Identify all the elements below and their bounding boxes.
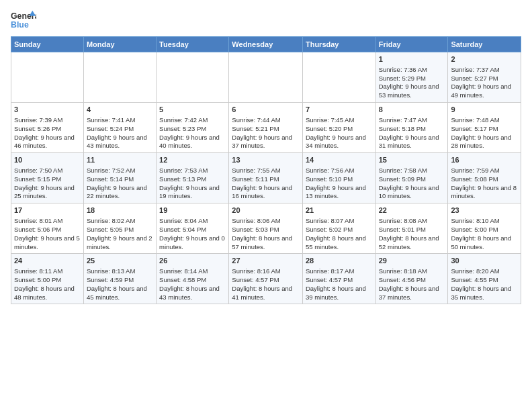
day-info-line: Daylight: 8 hours and 37 minutes. xyxy=(379,285,439,301)
day-number: 23 xyxy=(451,205,518,216)
day-info-line: Daylight: 9 hours and 8 minutes. xyxy=(451,184,517,200)
day-info-line: Daylight: 8 hours and 48 minutes. xyxy=(14,285,75,301)
day-info-line: Sunset: 5:00 PM xyxy=(451,226,498,233)
day-cell-12: 12Sunrise: 7:53 AMSunset: 5:13 PMDayligh… xyxy=(157,153,229,203)
day-info-line: Daylight: 9 hours and 10 minutes. xyxy=(379,184,439,200)
day-info-line: Sunrise: 7:42 AM xyxy=(159,116,208,124)
day-info-line: Sunset: 5:00 PM xyxy=(14,276,61,283)
day-info-line: Sunset: 5:20 PM xyxy=(306,125,353,132)
logo-svg: General Blue xyxy=(11,8,36,32)
day-info-line: Sunset: 4:57 PM xyxy=(232,276,279,283)
day-info-line: Sunrise: 8:06 AM xyxy=(232,217,280,224)
day-number: 26 xyxy=(159,256,226,266)
day-number: 28 xyxy=(306,256,373,266)
week-row-1: 1Sunrise: 7:36 AMSunset: 5:29 PMDaylight… xyxy=(11,52,521,103)
day-info-line: Sunset: 5:10 PM xyxy=(306,175,353,183)
day-info-line: Sunset: 5:15 PM xyxy=(14,175,61,183)
day-number: 15 xyxy=(379,155,445,165)
day-number: 14 xyxy=(306,155,373,165)
day-info-line: Sunrise: 8:07 AM xyxy=(306,217,354,224)
week-row-5: 24Sunrise: 8:11 AMSunset: 5:00 PMDayligh… xyxy=(11,254,521,304)
day-cell-11: 11Sunrise: 7:52 AMSunset: 5:14 PMDayligh… xyxy=(83,153,156,203)
day-info-line: Sunrise: 8:14 AM xyxy=(159,267,208,275)
day-info-line: Sunrise: 7:37 AM xyxy=(451,66,499,73)
day-info-line: Daylight: 9 hours and 22 minutes. xyxy=(87,184,147,200)
day-cell-4: 4Sunrise: 7:41 AMSunset: 5:24 PMDaylight… xyxy=(83,103,156,153)
day-info-line: Sunrise: 8:18 AM xyxy=(379,267,427,275)
empty-cell xyxy=(302,52,375,103)
day-number: 2 xyxy=(451,54,518,64)
day-info-line: Daylight: 8 hours and 41 minutes. xyxy=(232,285,292,301)
day-info-line: Sunrise: 7:45 AM xyxy=(306,116,354,124)
day-info-line: Sunrise: 7:36 AM xyxy=(379,66,427,73)
day-info-line: Sunrise: 7:52 AM xyxy=(87,167,135,174)
day-info-line: Sunset: 5:02 PM xyxy=(306,226,353,233)
day-info-line: Sunset: 5:09 PM xyxy=(379,175,426,183)
day-info-line: Daylight: 9 hours and 5 minutes. xyxy=(14,234,80,250)
empty-cell xyxy=(83,52,156,103)
day-cell-15: 15Sunrise: 7:58 AMSunset: 5:09 PMDayligh… xyxy=(375,153,448,203)
calendar-table: SundayMondayTuesdayWednesdayThursdayFrid… xyxy=(11,36,521,304)
logo: General Blue xyxy=(11,8,36,32)
day-info-line: Daylight: 9 hours and 46 minutes. xyxy=(14,134,75,150)
empty-cell xyxy=(11,52,84,103)
weekday-header-friday: Friday xyxy=(375,37,448,52)
day-info-line: Sunset: 5:14 PM xyxy=(87,175,134,183)
day-cell-27: 27Sunrise: 8:16 AMSunset: 4:57 PMDayligh… xyxy=(229,254,303,304)
day-cell-24: 24Sunrise: 8:11 AMSunset: 5:00 PMDayligh… xyxy=(11,254,84,304)
day-info-line: Sunset: 4:56 PM xyxy=(379,276,426,283)
day-number: 5 xyxy=(159,105,226,115)
day-info-line: Sunrise: 7:39 AM xyxy=(14,116,62,124)
day-info-line: Daylight: 9 hours and 43 minutes. xyxy=(87,134,147,150)
day-number: 18 xyxy=(87,205,153,216)
day-number: 21 xyxy=(306,205,373,216)
day-number: 4 xyxy=(87,105,153,115)
day-info-line: Sunrise: 8:04 AM xyxy=(159,217,208,224)
day-number: 10 xyxy=(14,155,81,165)
day-info-line: Daylight: 8 hours and 50 minutes. xyxy=(451,234,511,250)
day-number: 7 xyxy=(306,105,373,115)
day-info-line: Sunrise: 7:56 AM xyxy=(306,167,354,174)
day-cell-30: 30Sunrise: 8:20 AMSunset: 4:55 PMDayligh… xyxy=(448,254,521,304)
weekday-header-tuesday: Tuesday xyxy=(157,37,229,52)
day-number: 11 xyxy=(87,155,153,165)
day-info-line: Daylight: 9 hours and 40 minutes. xyxy=(159,134,220,150)
day-number: 13 xyxy=(232,155,300,165)
day-number: 25 xyxy=(87,256,153,266)
day-cell-19: 19Sunrise: 8:04 AMSunset: 5:04 PMDayligh… xyxy=(157,203,229,254)
day-info-line: Daylight: 9 hours and 16 minutes. xyxy=(232,184,292,200)
day-number: 1 xyxy=(379,54,445,64)
day-info-line: Sunset: 5:26 PM xyxy=(14,125,61,132)
day-info-line: Daylight: 8 hours and 55 minutes. xyxy=(306,234,366,250)
day-info-line: Sunset: 5:05 PM xyxy=(87,226,134,233)
week-row-2: 3Sunrise: 7:39 AMSunset: 5:26 PMDaylight… xyxy=(11,103,521,153)
svg-text:Blue: Blue xyxy=(11,20,29,30)
day-cell-5: 5Sunrise: 7:42 AMSunset: 5:23 PMDaylight… xyxy=(157,103,229,153)
day-info-line: Daylight: 9 hours and 0 minutes. xyxy=(159,234,225,250)
day-cell-18: 18Sunrise: 8:02 AMSunset: 5:05 PMDayligh… xyxy=(83,203,156,254)
day-info-line: Daylight: 9 hours and 49 minutes. xyxy=(451,83,511,99)
day-info-line: Daylight: 9 hours and 25 minutes. xyxy=(14,184,75,200)
day-cell-17: 17Sunrise: 8:01 AMSunset: 5:06 PMDayligh… xyxy=(11,203,84,254)
weekday-header-monday: Monday xyxy=(83,37,156,52)
day-info-line: Daylight: 8 hours and 43 minutes. xyxy=(159,285,220,301)
day-cell-6: 6Sunrise: 7:44 AMSunset: 5:21 PMDaylight… xyxy=(229,103,303,153)
day-cell-8: 8Sunrise: 7:47 AMSunset: 5:18 PMDaylight… xyxy=(375,103,448,153)
weekday-header-thursday: Thursday xyxy=(302,37,375,52)
day-info-line: Sunset: 5:06 PM xyxy=(14,226,61,233)
day-cell-26: 26Sunrise: 8:14 AMSunset: 4:58 PMDayligh… xyxy=(157,254,229,304)
day-info-line: Sunrise: 8:08 AM xyxy=(379,217,427,224)
empty-cell xyxy=(157,52,229,103)
day-cell-28: 28Sunrise: 8:17 AMSunset: 4:57 PMDayligh… xyxy=(302,254,375,304)
day-info-line: Sunrise: 7:44 AM xyxy=(232,116,280,124)
day-info-line: Daylight: 8 hours and 45 minutes. xyxy=(87,285,147,301)
day-number: 16 xyxy=(451,155,518,165)
weekday-header-row: SundayMondayTuesdayWednesdayThursdayFrid… xyxy=(11,37,521,52)
day-number: 27 xyxy=(232,256,300,266)
day-info-line: Sunset: 5:03 PM xyxy=(232,226,279,233)
day-cell-29: 29Sunrise: 8:18 AMSunset: 4:56 PMDayligh… xyxy=(375,254,448,304)
day-info-line: Sunset: 5:17 PM xyxy=(451,125,498,132)
day-info-line: Daylight: 9 hours and 13 minutes. xyxy=(306,184,366,200)
week-row-3: 10Sunrise: 7:50 AMSunset: 5:15 PMDayligh… xyxy=(11,153,521,203)
day-number: 12 xyxy=(159,155,226,165)
